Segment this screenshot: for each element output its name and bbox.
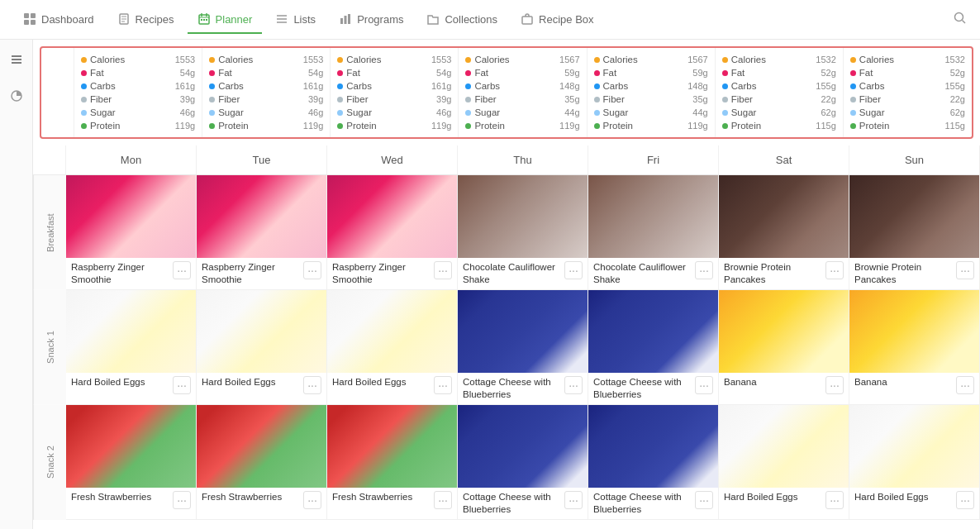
snack1-thu-name: Cottage Cheese with Blueberries: [463, 376, 564, 401]
snack1-mon-info: Hard Boiled Eggs ···: [66, 373, 196, 403]
left-sidebar: [0, 40, 33, 529]
snack1-sat-menu[interactable]: ···: [825, 376, 844, 394]
nav-recipes-label: Recipes: [136, 13, 174, 26]
nav-collections[interactable]: Collections: [416, 6, 507, 34]
nav-dashboard-label: Dashboard: [41, 13, 94, 26]
breakfast-wed-name: Raspberry Zinger Smoothie: [332, 261, 434, 286]
snack1-wed-info: Hard Boiled Eggs ···: [327, 373, 457, 403]
breakfast-tue-name: Raspberry Zinger Smoothie: [202, 261, 303, 286]
snack2-sun-menu[interactable]: ···: [956, 491, 974, 509]
breakfast-sun-menu[interactable]: ···: [956, 261, 974, 279]
snack2-mon: Fresh Strawberries ···: [66, 405, 197, 520]
pie-chart-icon[interactable]: [10, 89, 23, 106]
breakfast-mon-menu[interactable]: ···: [173, 261, 191, 279]
snack2-sat-info: Hard Boiled Eggs ···: [719, 488, 849, 517]
breakfast-tue-info: Raspberry Zinger Smoothie ···: [197, 258, 326, 289]
breakfast-thu-menu[interactable]: ···: [564, 261, 583, 279]
breakfast-sat-image: [719, 175, 849, 258]
list-icon[interactable]: [10, 53, 23, 69]
snack2-fri-name: Cottage Cheese with Blueberries: [593, 491, 695, 516]
breakfast-tue-menu[interactable]: ···: [303, 261, 321, 279]
snack2-wed-menu[interactable]: ···: [434, 491, 452, 509]
nav-collections-label: Collections: [445, 13, 497, 26]
snack2-wed: Fresh Strawberries ···: [327, 405, 458, 520]
breakfast-fri-info: Chocolate Cauliflower Shake ···: [588, 258, 718, 289]
svg-rect-20: [348, 14, 350, 24]
nutrition-spacer: [41, 48, 74, 137]
snack2-thu-info: Cottage Cheese with Blueberries ···: [458, 488, 588, 519]
breakfast-mon: Raspberry Zinger Smoothie ···: [66, 175, 197, 290]
snack1-thu-menu[interactable]: ···: [564, 376, 583, 394]
snack2-wed-info: Fresh Strawberries ···: [327, 488, 457, 517]
nav-programs-label: Programs: [357, 13, 403, 26]
breakfast-fri: Chocolate Cauliflower Shake ···: [588, 175, 719, 290]
snack2-tue: Fresh Strawberries ···: [197, 405, 327, 520]
breakfast-sun: Brownie Protein Pancakes ···: [849, 175, 980, 290]
nav-planner[interactable]: Planner: [188, 6, 263, 34]
main-content: Calories1553 Fat54g Carbs161g Fiber39g S…: [0, 40, 980, 529]
search-button[interactable]: [954, 12, 967, 27]
navigation: Dashboard Recipes Planner Lists Programs…: [0, 0, 980, 40]
nutrition-day-tue: Calories1553 Fat54g Carbs161g Fiber39g S…: [202, 48, 331, 137]
snack2-sun: Hard Boiled Eggs ···: [849, 405, 980, 520]
breakfast-sun-info: Brownie Protein Pancakes ···: [849, 258, 979, 289]
svg-rect-21: [522, 17, 532, 24]
breakfast-wed-image: [327, 175, 457, 258]
snack1-sun-menu[interactable]: ···: [956, 376, 974, 394]
snack2-tue-image: [197, 405, 326, 488]
snack1-label: Snack 1: [33, 290, 66, 405]
breakfast-sun-image: [849, 175, 979, 258]
snack2-mon-image: [66, 405, 196, 488]
day-header-wed: Wed: [327, 145, 458, 175]
breakfast-thu: Chocolate Cauliflower Shake ···: [458, 175, 588, 290]
breakfast-fri-name: Chocolate Cauliflower Shake: [593, 261, 695, 286]
snack1-sat-name: Banana: [724, 376, 825, 388]
snack1-sun-image: [849, 290, 979, 373]
snack2-wed-image: [327, 405, 457, 488]
snack2-thu-menu[interactable]: ···: [564, 491, 583, 509]
svg-rect-1: [31, 13, 36, 18]
nav-programs[interactable]: Programs: [329, 6, 413, 34]
snack2-sun-name: Hard Boiled Eggs: [854, 491, 956, 503]
snack1-mon-menu[interactable]: ···: [173, 376, 191, 394]
svg-rect-14: [206, 19, 207, 21]
nav-lists-label: Lists: [293, 13, 316, 26]
day-header-tue: Tue: [197, 145, 327, 175]
breakfast-sat-menu[interactable]: ···: [825, 261, 844, 279]
nav-dashboard[interactable]: Dashboard: [13, 6, 104, 34]
snack1-tue-info: Hard Boiled Eggs ···: [197, 373, 326, 403]
snack1-wed-menu[interactable]: ···: [434, 376, 452, 394]
snack1-fri-name: Cottage Cheese with Blueberries: [593, 376, 695, 401]
snack1-wed-name: Hard Boiled Eggs: [332, 376, 434, 388]
nav-recipes[interactable]: Recipes: [107, 6, 184, 34]
snack2-mon-menu[interactable]: ···: [173, 491, 191, 509]
nutrition-day-thu: Calories1567 Fat59g Carbs148g Fiber35g S…: [459, 48, 587, 137]
snack1-sat-info: Banana ···: [719, 373, 849, 403]
snack2-fri-menu[interactable]: ···: [695, 491, 713, 509]
svg-rect-3: [31, 20, 36, 25]
snack1-sat-image: [719, 290, 849, 373]
snack1-sat: Banana ···: [719, 290, 849, 405]
nutrition-day-mon: Calories1553 Fat54g Carbs161g Fiber39g S…: [74, 48, 202, 137]
snack2-fri-image: [588, 405, 718, 488]
nav-lists[interactable]: Lists: [265, 6, 326, 34]
breakfast-wed-menu[interactable]: ···: [434, 261, 452, 279]
day-header-fri: Fri: [588, 145, 719, 175]
svg-rect-12: [201, 19, 202, 21]
breakfast-sat-info: Brownie Protein Pancakes ···: [719, 258, 849, 289]
snack1-mon: Hard Boiled Eggs ···: [66, 290, 197, 405]
nav-recipe-box[interactable]: Recipe Box: [511, 6, 603, 34]
recipe-box-icon: [521, 12, 534, 26]
snack1-fri-menu[interactable]: ···: [695, 376, 713, 394]
snack2-tue-menu[interactable]: ···: [303, 491, 321, 509]
snack2-mon-name: Fresh Strawberries: [71, 491, 173, 503]
planner-grid: Mon Tue Wed Thu Fri Sat Sun Breakfast Ra…: [33, 145, 980, 520]
snack2-sun-info: Hard Boiled Eggs ···: [849, 488, 979, 517]
breakfast-wed: Raspberry Zinger Smoothie ···: [327, 175, 458, 290]
svg-point-22: [955, 13, 963, 21]
snack1-tue-menu[interactable]: ···: [303, 376, 321, 394]
breakfast-fri-menu[interactable]: ···: [695, 261, 713, 279]
day-header-mon: Mon: [66, 145, 197, 175]
snack2-sat-menu[interactable]: ···: [825, 491, 844, 509]
snack2-fri: Cottage Cheese with Blueberries ···: [588, 405, 719, 520]
